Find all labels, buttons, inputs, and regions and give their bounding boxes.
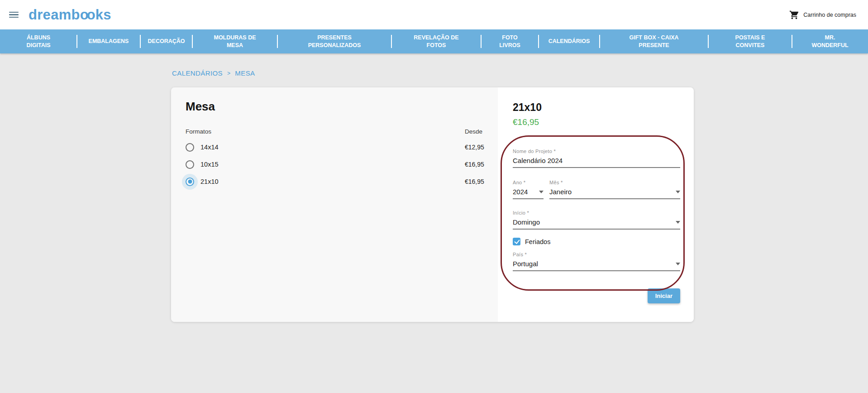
chevron-down-icon[interactable] [676, 263, 680, 265]
cart-icon [789, 10, 799, 20]
logo-text: ks [95, 7, 111, 23]
formats-section: Mesa Formatos Desde 14x14 €12,95 10x15 €… [171, 87, 498, 322]
hamburger-menu-icon[interactable] [8, 10, 19, 20]
breadcrumb-link-calendarios[interactable]: CALENDÁRIOS [172, 69, 223, 77]
nav-item-foto-livros[interactable]: FOTOLIVROS [481, 29, 539, 53]
nav-item-molduras-de-mesa[interactable]: MOLDURAS DEMESA [192, 29, 277, 53]
config-form: Nome do Projeto * Ano * 2024 Mês * Jane [513, 149, 680, 303]
formats-header: Formatos Desde [186, 128, 486, 135]
year-field[interactable]: Ano * 2024 [513, 180, 544, 199]
nav-item-mr-wonderful[interactable]: MR.WONDERFUL [792, 29, 868, 53]
radio-selected-icon[interactable] [186, 177, 194, 186]
month-value: Janeiro [549, 188, 572, 196]
chevron-down-icon[interactable] [676, 191, 680, 193]
nav-item-embalagens[interactable]: EMBALAGENS [77, 29, 140, 53]
price-column-label: Desde [465, 128, 486, 135]
project-name-input[interactable] [513, 157, 680, 164]
project-name-field: Nome do Projeto * [513, 149, 680, 168]
breadcrumb: CALENDÁRIOS > MESA [172, 69, 868, 77]
holidays-checkbox[interactable] [513, 238, 520, 245]
nav-item-postais-e-convites[interactable]: POSTAIS ECONVITES [708, 29, 792, 53]
cart-button[interactable]: Carrinho de compras [789, 10, 856, 20]
logo-oo: oo [80, 7, 94, 23]
nav-item-gift-box[interactable]: GIFT BOX - CAIXAPRESENTE [600, 29, 708, 53]
start-day-field[interactable]: Início * Domingo [513, 210, 680, 230]
brand-logo[interactable]: dreambooks [29, 7, 111, 23]
project-name-label: Nome do Projeto * [513, 149, 680, 154]
start-day-value: Domingo [513, 218, 540, 226]
nav-item-albuns-digitais[interactable]: ÁLBUNSDIGITAIS [0, 29, 77, 53]
chevron-down-icon[interactable] [539, 191, 544, 193]
format-price: €12,95 [465, 144, 486, 151]
format-label: 21x10 [200, 178, 219, 185]
radio-unselected-icon[interactable] [186, 143, 194, 152]
selected-format-price: €16,95 [513, 117, 680, 127]
product-card: Mesa Formatos Desde 14x14 €12,95 10x15 €… [171, 87, 694, 322]
breadcrumb-separator-icon: > [227, 70, 230, 77]
chevron-down-icon[interactable] [676, 221, 680, 224]
nav-item-decoracao[interactable]: DECORAÇÃO [140, 29, 192, 53]
country-label: País * [513, 252, 680, 257]
format-price: €16,95 [465, 178, 486, 185]
top-header: dreambooks Carrinho de compras [0, 0, 868, 29]
format-label: 14x14 [200, 144, 219, 151]
country-field[interactable]: País * Portugal [513, 252, 680, 271]
start-button[interactable]: Iniciar [648, 288, 680, 303]
breadcrumb-current: MESA [235, 69, 255, 77]
year-value: 2024 [513, 188, 528, 196]
formats-column-label: Formatos [186, 128, 211, 135]
month-field[interactable]: Mês * Janeiro [549, 180, 680, 199]
format-option-10x15[interactable]: 10x15 [186, 160, 219, 169]
main-navigation: ÁLBUNSDIGITAIS EMBALAGENS DECORAÇÃO MOLD… [0, 29, 868, 53]
start-day-label: Início * [513, 210, 680, 216]
nav-item-revelacao-de-fotos[interactable]: REVELAÇÃO DEFOTOS [391, 29, 481, 53]
format-option-14x14[interactable]: 14x14 [186, 143, 219, 152]
holidays-row: Feriados [513, 238, 680, 245]
nav-item-presentes-personalizados[interactable]: PRESENTESPERSONALIZADOS [277, 29, 391, 53]
format-option-21x10[interactable]: 21x10 [186, 177, 219, 186]
page-title: Mesa [186, 100, 486, 114]
logo-text: dreamb [29, 7, 80, 23]
country-value: Portugal [513, 260, 538, 268]
holidays-label: Feriados [525, 238, 550, 245]
radio-unselected-icon[interactable] [186, 160, 194, 169]
cart-label: Carrinho de compras [803, 12, 856, 18]
format-option-row: 10x15 €16,95 [186, 159, 486, 169]
format-option-row: 14x14 €12,95 [186, 142, 486, 152]
format-option-row: 21x10 €16,95 [186, 177, 486, 187]
month-label: Mês * [549, 180, 680, 185]
selected-format-title: 21x10 [513, 101, 680, 114]
config-panel: 21x10 €16,95 Nome do Projeto * Ano * 202… [498, 87, 694, 322]
nav-item-calendarios[interactable]: CALENDÁRIOS [539, 29, 600, 53]
format-label: 10x15 [200, 161, 219, 168]
format-price: €16,95 [465, 161, 486, 168]
year-label: Ano * [513, 180, 544, 185]
